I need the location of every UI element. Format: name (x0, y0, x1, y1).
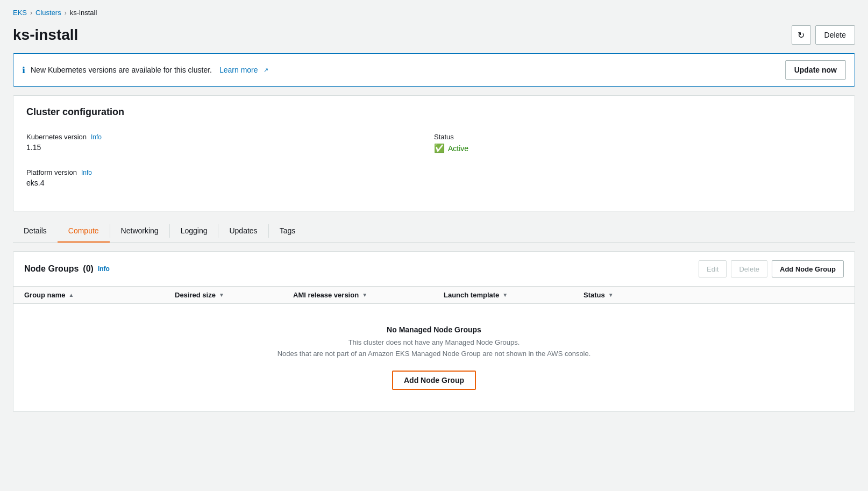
node-groups-section: Node Groups (0) Info Edit Delete Add Nod… (13, 251, 855, 412)
update-now-button[interactable]: Update now (785, 60, 846, 80)
breadcrumb-clusters[interactable]: Clusters (35, 9, 61, 17)
sort-desc-icon-3: ▼ (502, 292, 508, 298)
sort-desc-icon-4: ▼ (608, 292, 614, 298)
table-empty-state: No Managed Node Groups This cluster does… (13, 304, 855, 411)
table-header: Group name ▲ Desired size ▼ AMI release … (13, 287, 855, 304)
k8s-version-item: Kubernetes version Info 1.15 (26, 129, 434, 164)
platform-version-item: Platform version Info eks.4 (26, 164, 434, 198)
learn-more-link[interactable]: Learn more (219, 66, 258, 74)
th-group-name[interactable]: Group name ▲ (24, 291, 175, 299)
cluster-config-title: Cluster configuration (26, 106, 842, 118)
th-ami-release[interactable]: AMI release version ▼ (293, 291, 444, 299)
header-actions: ↻ Delete (792, 25, 855, 45)
status-active-icon: ✅ (434, 143, 445, 153)
node-groups-title: Node Groups (0) Info (24, 264, 110, 274)
breadcrumb-sep-1: › (30, 9, 32, 17)
banner-message: New Kubernetes versions are available fo… (31, 66, 212, 74)
status-value: ✅ Active (434, 143, 842, 153)
status-item: Status ✅ Active (434, 129, 842, 164)
edit-button: Edit (699, 260, 727, 277)
th-status[interactable]: Status ▼ (584, 291, 844, 299)
k8s-version-value: 1.15 (26, 143, 434, 152)
status-label: Status (434, 133, 842, 141)
node-groups-count: (0) (83, 264, 94, 274)
platform-version-value: eks.4 (26, 179, 434, 187)
sort-asc-icon: ▲ (69, 292, 74, 298)
banner-content: ℹ New Kubernetes versions are available … (22, 65, 268, 75)
tabs-container: Details Compute Networking Logging Updat… (13, 220, 855, 243)
empty-desc-2: Nodes that are not part of an Amazon EKS… (24, 350, 844, 358)
tab-compute[interactable]: Compute (58, 220, 110, 243)
page-wrapper: EKS › Clusters › ks-install ks-install ↻… (0, 0, 868, 491)
tab-tags[interactable]: Tags (269, 220, 307, 243)
sort-desc-icon-2: ▼ (362, 292, 367, 298)
empty-desc-1: This cluster does not have any Managed N… (24, 338, 844, 346)
node-groups-actions: Edit Delete Add Node Group (699, 260, 844, 277)
tab-networking[interactable]: Networking (110, 220, 169, 243)
empty-title: No Managed Node Groups (24, 325, 844, 334)
platform-version-info-link[interactable]: Info (81, 169, 92, 176)
th-desired-size[interactable]: Desired size ▼ (175, 291, 293, 299)
cluster-config-card: Cluster configuration Kubernetes version… (13, 95, 855, 211)
breadcrumb-current: ks-install (70, 9, 97, 17)
delete-button[interactable]: Delete (815, 25, 855, 45)
add-node-group-button-center[interactable]: Add Node Group (392, 371, 476, 390)
add-node-group-button-header[interactable]: Add Node Group (772, 260, 844, 277)
page-header: ks-install ↻ Delete (0, 21, 868, 53)
th-launch-template[interactable]: Launch template ▼ (444, 291, 584, 299)
tab-updates[interactable]: Updates (218, 220, 268, 243)
page-title: ks-install (13, 26, 78, 44)
delete-node-group-button: Delete (731, 260, 767, 277)
sort-desc-icon-1: ▼ (219, 292, 224, 298)
node-groups-header: Node Groups (0) Info Edit Delete Add Nod… (13, 252, 855, 287)
breadcrumb: EKS › Clusters › ks-install (0, 0, 868, 21)
breadcrumb-sep-2: › (65, 9, 67, 17)
external-link-icon: ↗ (264, 67, 268, 74)
k8s-version-label: Kubernetes version Info (26, 133, 434, 141)
refresh-button[interactable]: ↻ (792, 25, 811, 45)
platform-version-label: Platform version Info (26, 168, 434, 176)
k8s-version-info-link[interactable]: Info (91, 133, 102, 141)
breadcrumb-eks[interactable]: EKS (13, 9, 27, 17)
info-banner: ℹ New Kubernetes versions are available … (13, 53, 855, 87)
config-grid: Kubernetes version Info 1.15 Status ✅ Ac… (26, 129, 842, 198)
node-groups-info-link[interactable]: Info (98, 265, 110, 273)
node-groups-label: Node Groups (24, 264, 79, 274)
tab-details[interactable]: Details (13, 220, 58, 243)
info-circle-icon: ℹ (22, 65, 25, 75)
tab-logging[interactable]: Logging (170, 220, 218, 243)
